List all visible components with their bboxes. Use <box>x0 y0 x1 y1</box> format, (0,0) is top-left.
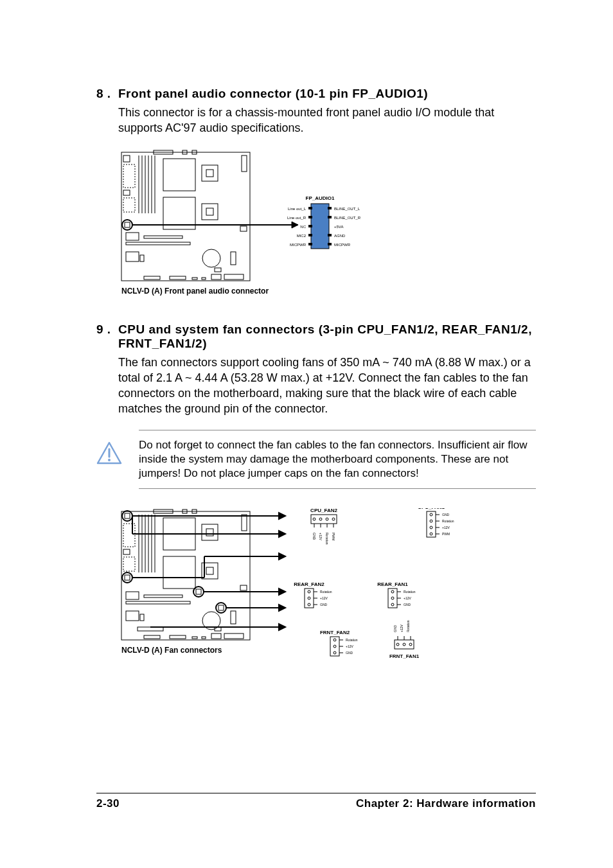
diagram-label: NCLV-D (A) Fan connectors <box>121 646 222 655</box>
pin-label: GND <box>312 533 316 540</box>
svg-rect-22 <box>126 233 139 240</box>
svg-rect-57 <box>123 524 135 547</box>
section-8-number: 8 . <box>96 87 118 101</box>
pin-label: BLINE_OUT_R <box>334 216 361 220</box>
diagram-label: NCLV-D (A) Front panel audio connector <box>121 287 269 296</box>
svg-point-74 <box>122 572 132 583</box>
svg-point-128 <box>430 526 432 529</box>
connector-name: REAR_FAN2 <box>294 581 324 587</box>
pin-label: MICPWR <box>290 243 306 247</box>
svg-rect-87 <box>242 515 247 531</box>
pin-label: +12V <box>400 624 404 632</box>
svg-rect-93 <box>211 633 221 639</box>
pin-label: Rotation <box>404 590 416 594</box>
svg-marker-106 <box>279 605 285 611</box>
svg-rect-90 <box>170 635 186 639</box>
svg-point-143 <box>391 603 394 606</box>
caution-note: Do not forget to connect the fan cables … <box>96 430 536 489</box>
svg-rect-94 <box>224 633 244 639</box>
svg-rect-33 <box>192 278 197 279</box>
pin-label: MICPWR <box>334 243 351 247</box>
svg-rect-69 <box>163 556 195 589</box>
pin-label: +5VA <box>334 225 343 229</box>
pin-label: +12V <box>442 526 450 529</box>
section-8-heading: 8 . Front panel audio connector (10-1 pi… <box>96 87 536 101</box>
svg-point-155 <box>396 643 399 646</box>
svg-rect-35 <box>211 274 221 279</box>
section-9-title: CPU and system fan connectors (3-pin CPU… <box>118 323 536 351</box>
page-number: 2-30 <box>96 797 120 810</box>
connector-name: FP_AUDIO1 <box>306 195 335 201</box>
pin-label: +12V <box>404 596 411 600</box>
svg-rect-86 <box>240 585 247 590</box>
svg-rect-15 <box>202 165 218 181</box>
svg-rect-26 <box>144 236 182 238</box>
svg-rect-25 <box>126 242 190 245</box>
svg-rect-29 <box>242 155 247 172</box>
svg-point-141 <box>391 590 394 593</box>
svg-rect-42 <box>328 207 332 209</box>
svg-rect-31 <box>144 276 160 279</box>
caution-icon <box>96 441 122 467</box>
svg-marker-104 <box>279 589 285 595</box>
svg-rect-92 <box>202 637 206 639</box>
svg-rect-34 <box>202 278 206 279</box>
svg-point-135 <box>308 597 310 599</box>
svg-point-118 <box>319 518 322 520</box>
svg-rect-40 <box>311 204 329 249</box>
pin-label: MIC2 <box>297 234 306 238</box>
svg-marker-39 <box>292 222 298 228</box>
svg-rect-144 <box>330 637 339 656</box>
svg-rect-82 <box>140 614 144 621</box>
svg-rect-83 <box>126 601 190 604</box>
connector-name: FRNT_FAN1 <box>389 653 420 659</box>
pin-label: NC <box>300 225 306 229</box>
svg-point-120 <box>332 518 335 520</box>
section-9-number: 9 . <box>96 323 118 351</box>
svg-rect-71 <box>206 567 213 574</box>
svg-rect-73 <box>125 513 130 518</box>
svg-rect-6 <box>123 190 130 195</box>
svg-rect-77 <box>196 589 201 594</box>
pin-label: +12V <box>320 596 328 600</box>
section-8-diagram: BLINE_OUT_L BLINE_OUT_R +5VA AGND MICPWR… <box>118 149 536 297</box>
section-9-diagram: CPU_FAN2 GND +12V Rotation PWM CPU_FAN1 … <box>118 508 536 678</box>
svg-rect-41 <box>308 207 312 209</box>
svg-point-157 <box>409 643 412 646</box>
page-footer: 2-30 Chapter 2: Hardware information <box>96 793 536 810</box>
svg-rect-79 <box>218 605 224 610</box>
svg-rect-18 <box>202 204 218 220</box>
svg-point-52 <box>108 459 111 461</box>
pin-label: AGND <box>334 234 346 238</box>
svg-rect-30 <box>231 252 236 265</box>
svg-point-127 <box>430 520 432 522</box>
pin-label: GND <box>393 625 397 633</box>
svg-point-76 <box>193 587 204 597</box>
svg-point-150 <box>333 651 336 654</box>
svg-rect-137 <box>388 589 397 608</box>
svg-marker-108 <box>279 624 285 630</box>
chapter-title: Chapter 2: Hardware information <box>356 797 536 810</box>
pin-label: GND <box>442 513 450 517</box>
svg-point-78 <box>216 603 226 613</box>
svg-rect-68 <box>206 529 213 536</box>
svg-rect-88 <box>231 611 236 624</box>
svg-rect-75 <box>125 575 130 580</box>
svg-marker-98 <box>279 513 285 519</box>
svg-rect-7 <box>123 198 135 212</box>
section-9-heading: 9 . CPU and system fan connectors (3-pin… <box>96 323 536 351</box>
svg-rect-47 <box>328 234 332 236</box>
svg-point-134 <box>308 590 310 593</box>
svg-rect-4 <box>123 155 130 162</box>
svg-rect-89 <box>144 635 160 639</box>
svg-rect-67 <box>202 524 218 540</box>
svg-marker-102 <box>279 553 285 560</box>
connector-name: REAR_FAN1 <box>377 581 408 587</box>
svg-rect-5 <box>123 164 135 188</box>
svg-rect-58 <box>123 549 130 554</box>
svg-rect-32 <box>170 276 186 279</box>
svg-rect-81 <box>126 611 139 621</box>
pin-label: Line out_L <box>288 207 306 211</box>
svg-rect-80 <box>126 592 139 599</box>
svg-rect-121 <box>427 511 436 537</box>
